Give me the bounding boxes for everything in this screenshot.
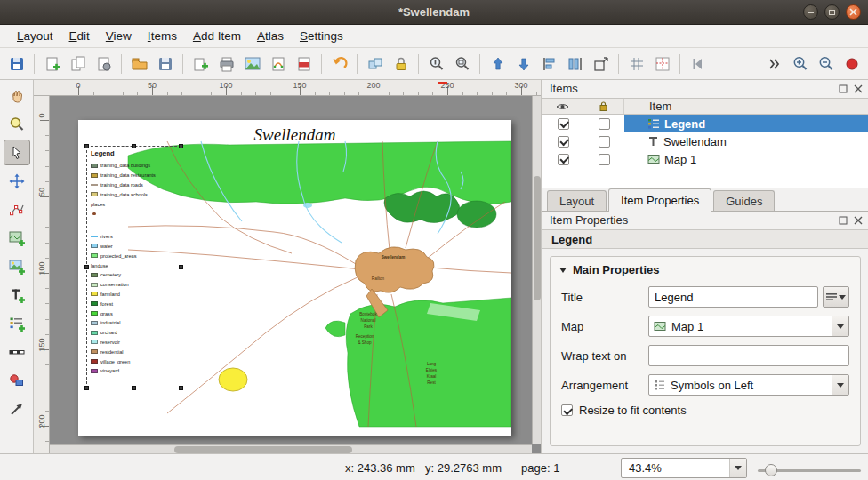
lower-items-button[interactable] (511, 51, 535, 76)
float-panel-button[interactable] (838, 215, 848, 226)
combobox-arrow[interactable] (832, 375, 848, 395)
export-image-button[interactable] (240, 51, 264, 76)
resize-handle[interactable] (132, 144, 136, 148)
combobox-arrow[interactable] (832, 316, 848, 336)
close-panel-button[interactable] (853, 215, 864, 226)
pan-tool-button[interactable] (4, 83, 30, 108)
zoom-tool-button[interactable] (4, 111, 30, 137)
zoom-in-button[interactable] (788, 51, 812, 76)
duplicate-layout-button[interactable] (66, 51, 90, 76)
tab-item-properties[interactable]: Item Properties (608, 188, 711, 212)
canvas-vertical-scrollbar[interactable] (532, 96, 541, 444)
resize-handle[interactable] (179, 386, 183, 390)
close-button[interactable] (846, 4, 861, 20)
new-layout-button[interactable] (40, 51, 64, 76)
scrollbar-thumb[interactable] (174, 446, 352, 453)
add-label-button[interactable] (4, 282, 30, 308)
combobox-arrow[interactable] (729, 459, 746, 477)
grid-button[interactable] (624, 51, 648, 76)
title-input[interactable] (648, 286, 818, 308)
manage-guides-button[interactable] (650, 51, 674, 76)
save-button[interactable] (4, 51, 28, 76)
print-button[interactable] (214, 51, 238, 76)
resize-checkbox-label: Resize to fit contents (579, 404, 687, 417)
resize-items-button[interactable] (589, 51, 613, 76)
items-row-swellendam[interactable]: Swellendam (542, 132, 868, 150)
resize-handle[interactable] (84, 386, 89, 390)
title-label-item[interactable]: Swellendam (78, 125, 511, 145)
add-legend-button[interactable] (4, 310, 30, 336)
lock-checkbox[interactable] (599, 154, 610, 165)
select-move-item-button[interactable] (4, 140, 30, 165)
menu-atlas[interactable]: Atlas (249, 27, 292, 45)
lock-items-button[interactable] (389, 51, 413, 76)
raise-items-button[interactable] (486, 51, 510, 76)
zoom-full-button[interactable] (450, 51, 474, 76)
float-panel-button[interactable] (838, 84, 848, 94)
arrangement-combobox[interactable]: Symbols on Left (648, 374, 849, 396)
open-layout-button[interactable] (127, 51, 151, 76)
wrap-text-input[interactable] (648, 345, 849, 366)
move-item-content-button[interactable] (4, 168, 30, 194)
toolbar-separator (479, 54, 480, 74)
zoom-level-combobox[interactable]: 43.4% (621, 458, 747, 478)
minimize-button[interactable] (803, 4, 818, 20)
menu-items[interactable]: Items (140, 27, 185, 45)
resize-handle[interactable] (132, 386, 136, 390)
selection-outline[interactable] (86, 146, 181, 388)
atlas-record-button[interactable] (840, 51, 864, 76)
add-arrow-button[interactable] (4, 396, 30, 421)
resize-handle[interactable] (84, 265, 89, 269)
add-pages-button[interactable] (189, 51, 213, 76)
menu-layout[interactable]: Layout (9, 27, 61, 45)
visibility-checkbox[interactable] (558, 136, 569, 148)
items-row-map1[interactable]: Map 1 (542, 150, 868, 168)
undo-button[interactable] (327, 51, 351, 76)
map-combobox[interactable]: Map 1 (648, 316, 849, 337)
menu-settings[interactable]: Settings (292, 27, 351, 45)
close-panel-button[interactable] (853, 84, 864, 94)
add-shape-button[interactable] (4, 367, 30, 393)
visibility-checkbox[interactable] (558, 118, 569, 130)
layout-page[interactable]: Swellendam Railton Bontebok National Par… (78, 120, 511, 436)
more-tools-button[interactable] (762, 51, 786, 76)
resize-to-fit-checkbox[interactable] (561, 404, 573, 416)
add-map-button[interactable] (4, 225, 30, 251)
tab-guides[interactable]: Guides (713, 190, 775, 211)
layout-canvas[interactable]: Swellendam Railton Bontebok National Par… (50, 96, 541, 453)
tab-layout[interactable]: Layout (547, 190, 607, 211)
visibility-eye-icon (556, 102, 569, 111)
menu-view[interactable]: View (98, 27, 140, 45)
canvas-horizontal-scrollbar[interactable] (50, 444, 532, 453)
scrollbar-thumb[interactable] (534, 176, 541, 300)
title-field-row: Title (561, 286, 849, 308)
main-properties-header[interactable]: Main Properties (551, 257, 860, 278)
data-defined-override-button[interactable] (823, 286, 849, 308)
lock-checkbox[interactable] (599, 118, 610, 130)
maximize-button[interactable] (824, 4, 840, 20)
export-svg-button[interactable] (266, 51, 290, 76)
group-items-button[interactable] (363, 51, 387, 76)
edit-nodes-item-button[interactable] (4, 196, 30, 222)
distribute-items-button[interactable] (563, 51, 587, 76)
menu-add-item[interactable]: Add Item (185, 27, 249, 45)
zoom-slider-handle[interactable] (765, 464, 777, 476)
resize-handle[interactable] (179, 144, 183, 148)
visibility-checkbox[interactable] (558, 154, 569, 165)
add-scalebar-button[interactable] (4, 339, 30, 364)
zoom-actual-button[interactable] (424, 51, 448, 76)
add-picture-button[interactable] (4, 253, 30, 279)
export-pdf-button[interactable] (292, 51, 316, 76)
zoom-out-button[interactable] (814, 51, 838, 76)
resize-handle[interactable] (84, 144, 89, 148)
align-items-button[interactable] (537, 51, 561, 76)
menu-edit[interactable]: Edit (61, 27, 98, 45)
lock-checkbox[interactable] (599, 136, 610, 148)
ellipse-shape-item[interactable] (219, 368, 247, 391)
atlas-first-button[interactable] (686, 51, 710, 76)
layout-manager-button[interactable] (92, 51, 116, 76)
resize-handle[interactable] (179, 265, 183, 269)
items-row-legend[interactable]: Legend (542, 115, 868, 132)
save-as-template-button[interactable] (153, 51, 177, 76)
zoom-slider[interactable] (758, 469, 861, 472)
